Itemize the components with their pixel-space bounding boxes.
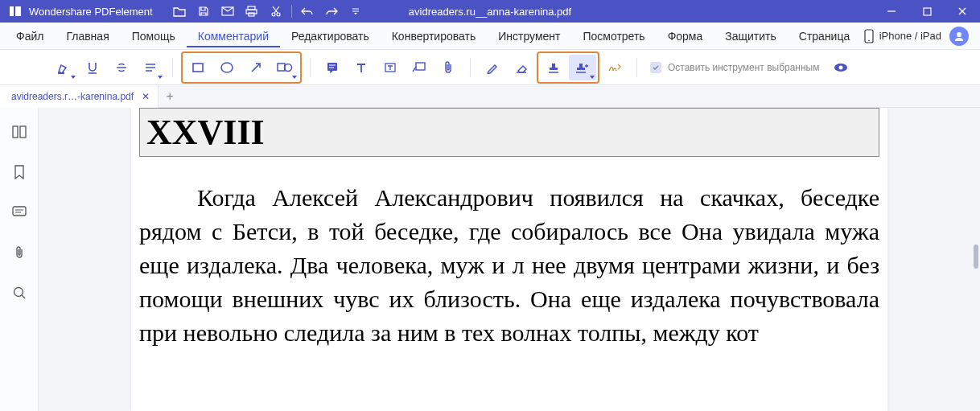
open-folder-icon[interactable] xyxy=(167,0,191,23)
svg-rect-37 xyxy=(13,126,18,138)
chapter-heading-box: XXVIII xyxy=(139,108,879,157)
squiggly-tool[interactable] xyxy=(137,55,164,80)
keep-tool-selected[interactable]: Оставить инструмент выбранным xyxy=(650,62,849,73)
tab-close-icon[interactable]: ✕ xyxy=(142,91,150,102)
titlebar: Wondershare PDFelement avidreaders.ru__a… xyxy=(0,0,980,23)
svg-point-22 xyxy=(285,64,292,71)
titlebar-quick-actions xyxy=(167,0,368,23)
new-tab-button[interactable]: + xyxy=(159,85,181,108)
scrollbar-thumb[interactable] xyxy=(974,245,978,269)
rectangle-tool[interactable] xyxy=(184,55,212,80)
highlight-tool[interactable] xyxy=(50,55,77,80)
document-canvas[interactable]: XXVIII Когда Алексей Александрович появи… xyxy=(39,108,980,411)
device-link[interactable]: iPhone / iPad xyxy=(863,29,941,43)
svg-point-42 xyxy=(14,288,23,297)
bookmark-icon[interactable] xyxy=(10,162,29,182)
text-tool[interactable] xyxy=(348,55,375,80)
shape-tools-group xyxy=(181,51,302,84)
svg-point-7 xyxy=(277,13,280,16)
mail-icon[interactable] xyxy=(216,0,240,23)
svg-rect-27 xyxy=(416,63,425,70)
menu-view[interactable]: Посмотреть xyxy=(571,25,656,47)
app-name: Wondershare PDFelement xyxy=(29,6,153,18)
redo-icon[interactable] xyxy=(319,0,344,23)
svg-rect-39 xyxy=(13,207,26,216)
search-panel-icon[interactable] xyxy=(10,283,29,302)
more-shapes-tool[interactable] xyxy=(271,55,299,80)
tab-label: avidreaders.r…-karenina.pdf xyxy=(11,91,134,102)
svg-rect-3 xyxy=(248,6,255,10)
undo-icon[interactable] xyxy=(295,0,319,23)
pencil-tool[interactable] xyxy=(479,55,506,80)
window-controls xyxy=(874,0,980,23)
svg-point-12 xyxy=(957,32,961,37)
svg-rect-23 xyxy=(327,63,337,71)
menu-protect[interactable]: Защитить xyxy=(714,25,788,47)
strikethrough-tool[interactable] xyxy=(108,55,135,80)
menubar: Файл Главная Помощь Комментарий Редактир… xyxy=(0,23,980,50)
svg-rect-30 xyxy=(550,68,558,70)
document-tab[interactable]: avidreaders.r…-karenina.pdf ✕ xyxy=(0,85,159,108)
stamp-tool[interactable] xyxy=(540,55,567,80)
user-avatar[interactable] xyxy=(949,27,969,46)
svg-rect-9 xyxy=(924,8,931,15)
underline-tool[interactable] xyxy=(79,55,106,80)
custom-stamp-tool[interactable] xyxy=(569,55,596,80)
close-button[interactable] xyxy=(945,0,980,23)
checkbox-icon[interactable] xyxy=(650,62,661,73)
cut-icon[interactable] xyxy=(264,0,288,23)
thumbnails-icon[interactable] xyxy=(10,122,29,142)
svg-rect-29 xyxy=(552,64,555,68)
eraser-tool[interactable] xyxy=(508,55,535,80)
svg-rect-32 xyxy=(579,64,583,68)
menu-edit[interactable]: Редактировать xyxy=(280,25,381,47)
menu-page[interactable]: Страница xyxy=(788,25,861,47)
body-paragraph: Когда Алексей Александрович появился на … xyxy=(131,181,887,350)
arrow-tool[interactable] xyxy=(242,55,270,80)
menu-convert[interactable]: Конвертировать xyxy=(381,25,488,47)
user-icon xyxy=(953,31,965,42)
svg-point-11 xyxy=(868,39,870,41)
signature-tool[interactable] xyxy=(601,55,628,80)
menu-home[interactable]: Главная xyxy=(55,25,120,47)
minimize-button[interactable] xyxy=(874,0,909,23)
menu-comment[interactable]: Комментарий xyxy=(187,25,280,47)
svg-point-6 xyxy=(272,13,275,16)
tabbar: avidreaders.r…-karenina.pdf ✕ + xyxy=(0,85,980,108)
keep-tool-label: Оставить инструмент выбранным xyxy=(668,62,820,73)
side-panel xyxy=(0,108,39,411)
pdf-page: XXVIII Когда Алексей Александрович появи… xyxy=(131,108,887,411)
phone-icon xyxy=(863,29,875,43)
svg-point-20 xyxy=(221,63,233,72)
menu-file[interactable]: Файл xyxy=(5,25,55,47)
comments-panel-icon[interactable] xyxy=(10,203,29,222)
attachments-panel-icon[interactable] xyxy=(10,243,29,262)
comment-toolbar: Оставить инструмент выбранным xyxy=(0,50,980,85)
svg-rect-0 xyxy=(10,6,14,16)
svg-rect-21 xyxy=(278,64,285,71)
menu-tool[interactable]: Инструмент xyxy=(487,25,571,47)
device-label: iPhone / iPad xyxy=(879,30,941,42)
menu-help[interactable]: Помощь xyxy=(121,25,187,47)
svg-rect-1 xyxy=(15,6,21,16)
oval-tool[interactable] xyxy=(213,55,241,80)
stamp-tools-group xyxy=(537,51,599,84)
note-tool[interactable] xyxy=(319,55,346,80)
eye-icon[interactable] xyxy=(833,62,849,73)
svg-rect-19 xyxy=(193,64,203,72)
print-icon[interactable] xyxy=(240,0,264,23)
chapter-heading: XXVIII xyxy=(146,112,872,153)
menu-form[interactable]: Форма xyxy=(657,25,714,47)
workspace: XXVIII Когда Алексей Александрович появи… xyxy=(0,108,980,411)
maximize-button[interactable] xyxy=(909,0,945,23)
app-logo-icon xyxy=(8,4,23,18)
save-icon[interactable] xyxy=(191,0,216,23)
callout-tool[interactable] xyxy=(406,55,433,80)
svg-rect-38 xyxy=(20,126,26,138)
attachment-tool[interactable] xyxy=(434,55,462,80)
dropdown-icon[interactable] xyxy=(344,0,368,23)
svg-line-43 xyxy=(22,295,25,298)
text-box-tool[interactable] xyxy=(377,55,404,80)
svg-rect-33 xyxy=(577,68,585,70)
svg-point-36 xyxy=(838,65,842,69)
